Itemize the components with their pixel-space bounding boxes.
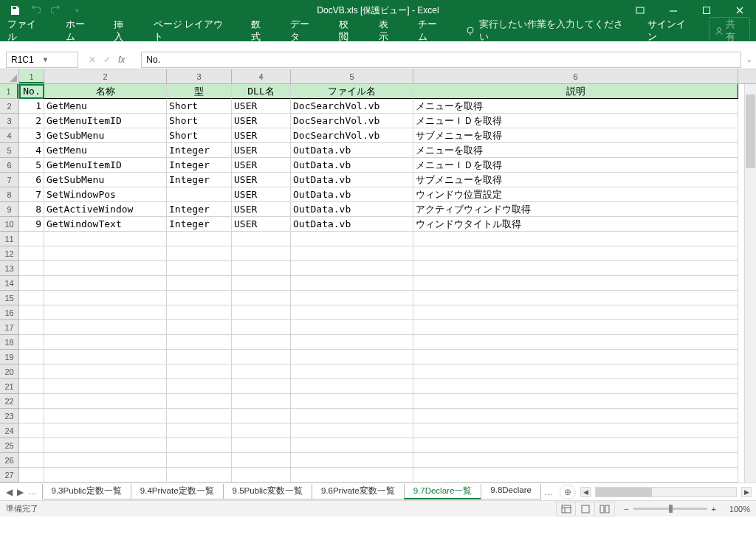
- cell[interactable]: USER: [232, 158, 291, 173]
- cell[interactable]: [291, 246, 413, 261]
- row-header[interactable]: 17: [0, 320, 18, 335]
- cell[interactable]: [44, 409, 167, 423]
- cell[interactable]: [291, 394, 413, 409]
- cell[interactable]: [291, 291, 413, 305]
- cell[interactable]: GetMenu: [44, 143, 167, 158]
- redo-icon[interactable]: [47, 1, 65, 19]
- cell[interactable]: [232, 453, 291, 468]
- cell[interactable]: [19, 453, 44, 468]
- cancel-formula-icon[interactable]: ✕: [89, 55, 96, 65]
- cell[interactable]: [413, 350, 738, 364]
- cell[interactable]: [19, 261, 44, 276]
- view-page-layout-icon[interactable]: [576, 502, 595, 516]
- qat-customize-icon[interactable]: ▾: [68, 1, 86, 19]
- cell[interactable]: [232, 305, 291, 320]
- tell-me-search[interactable]: 実行したい作業を入力してください: [465, 18, 629, 44]
- cell[interactable]: [232, 276, 291, 291]
- cell[interactable]: 8: [19, 202, 44, 217]
- enter-formula-icon[interactable]: ✓: [103, 55, 111, 65]
- cell[interactable]: Integer: [167, 202, 232, 217]
- sheet-tab[interactable]: 9.3Public定数一覧: [42, 484, 131, 499]
- cell[interactable]: [167, 246, 232, 261]
- new-sheet-button[interactable]: ⊕: [560, 485, 576, 499]
- minimize-icon[interactable]: [656, 0, 690, 21]
- header-cell[interactable]: No.: [19, 84, 44, 99]
- cell[interactable]: [232, 364, 291, 379]
- cell[interactable]: [232, 261, 291, 276]
- cell[interactable]: [413, 305, 738, 320]
- tab-file[interactable]: ファイル: [6, 18, 47, 44]
- row-header[interactable]: 2: [0, 99, 18, 114]
- cell[interactable]: [44, 246, 167, 261]
- cell[interactable]: [19, 468, 44, 483]
- cell[interactable]: Short: [167, 114, 232, 128]
- cell[interactable]: [291, 305, 413, 320]
- cell[interactable]: メニューを取得: [413, 99, 738, 114]
- row-header[interactable]: 5: [0, 143, 18, 158]
- cell[interactable]: 4: [19, 143, 44, 158]
- cell[interactable]: [167, 468, 232, 483]
- sheet-tab[interactable]: 9.4Private定数一覧: [131, 484, 224, 499]
- cell[interactable]: [167, 261, 232, 276]
- cell[interactable]: DocSearchVol.vb: [291, 114, 413, 128]
- cell[interactable]: [413, 423, 738, 438]
- cell[interactable]: DocSearchVol.vb: [291, 99, 413, 114]
- tab-page-layout[interactable]: ページ レイアウト: [152, 18, 232, 44]
- cell[interactable]: USER: [232, 143, 291, 158]
- ribbon-display-icon[interactable]: [623, 0, 656, 21]
- cell[interactable]: [232, 468, 291, 483]
- column-header[interactable]: 2: [44, 69, 167, 83]
- cell[interactable]: OutData.vb: [291, 143, 413, 158]
- row-header[interactable]: 6: [0, 158, 18, 173]
- sign-in-link[interactable]: サインイン: [646, 18, 695, 44]
- row-header[interactable]: 8: [0, 187, 18, 202]
- cell[interactable]: 7: [19, 187, 44, 202]
- tab-data[interactable]: データ: [289, 18, 320, 44]
- cell[interactable]: [413, 261, 738, 276]
- column-header[interactable]: 1: [19, 69, 44, 83]
- cell[interactable]: USER: [232, 99, 291, 114]
- cell[interactable]: GetSubMenu: [44, 128, 167, 143]
- row-header[interactable]: 24: [0, 423, 18, 438]
- sheet-tab[interactable]: 9.5Public変数一覧: [223, 484, 312, 499]
- cell[interactable]: [291, 379, 413, 394]
- header-cell[interactable]: DLL名: [232, 84, 291, 99]
- sheet-tab[interactable]: 9.8Declare: [481, 484, 541, 499]
- cell[interactable]: OutData.vb: [291, 202, 413, 217]
- cell[interactable]: [413, 232, 738, 246]
- cell[interactable]: DocSearchVol.vb: [291, 128, 413, 143]
- vertical-scrollbar[interactable]: [744, 84, 756, 483]
- cell[interactable]: [44, 232, 167, 246]
- formula-input[interactable]: No.: [141, 52, 741, 68]
- cell[interactable]: [19, 364, 44, 379]
- cell[interactable]: [44, 468, 167, 483]
- tab-scroll-right-icon[interactable]: ▶: [16, 487, 25, 497]
- undo-icon[interactable]: [27, 1, 44, 19]
- tab-view[interactable]: 表示: [377, 18, 399, 44]
- row-header[interactable]: 22: [0, 394, 18, 409]
- chevron-down-icon[interactable]: ▼: [42, 56, 73, 63]
- cell[interactable]: メニューＩＤを取得: [413, 114, 738, 128]
- cell[interactable]: OutData.vb: [291, 173, 413, 187]
- cell[interactable]: [291, 276, 413, 291]
- zoom-out-button[interactable]: −: [624, 505, 628, 513]
- view-normal-icon[interactable]: [557, 502, 576, 516]
- cell[interactable]: 5: [19, 158, 44, 173]
- cell[interactable]: [19, 276, 44, 291]
- cell[interactable]: USER: [232, 173, 291, 187]
- tab-home[interactable]: ホーム: [64, 18, 95, 44]
- cell[interactable]: [232, 423, 291, 438]
- cell[interactable]: GetActiveWindow: [44, 202, 167, 217]
- cell[interactable]: [232, 335, 291, 350]
- column-header[interactable]: 4: [232, 69, 291, 83]
- cell[interactable]: SetWindowPos: [44, 187, 167, 202]
- cell[interactable]: [232, 232, 291, 246]
- cell[interactable]: 6: [19, 173, 44, 187]
- cell[interactable]: [232, 379, 291, 394]
- cell[interactable]: [19, 291, 44, 305]
- cell[interactable]: [413, 291, 738, 305]
- cell[interactable]: [19, 305, 44, 320]
- row-header[interactable]: 25: [0, 438, 18, 453]
- cell[interactable]: [232, 291, 291, 305]
- cell[interactable]: [44, 276, 167, 291]
